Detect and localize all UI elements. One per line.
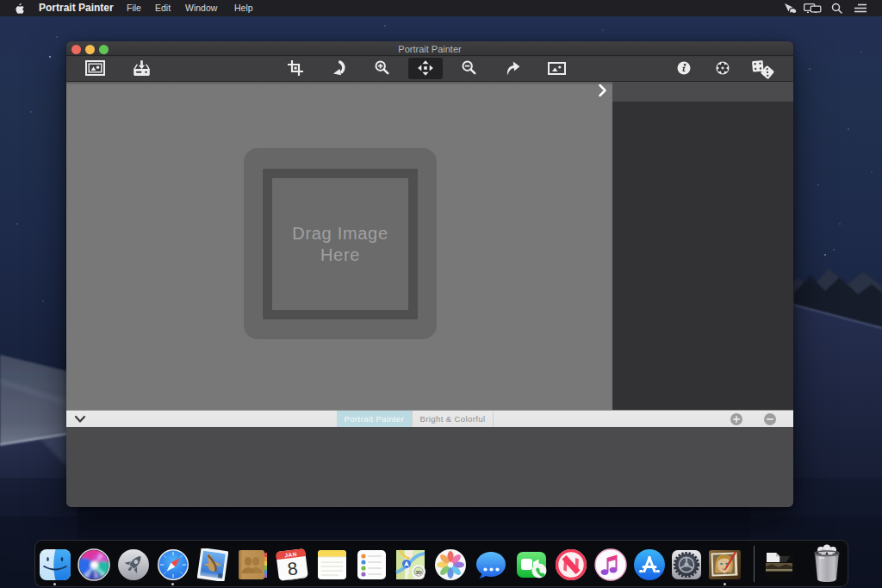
svg-text:3D: 3D: [415, 570, 422, 575]
